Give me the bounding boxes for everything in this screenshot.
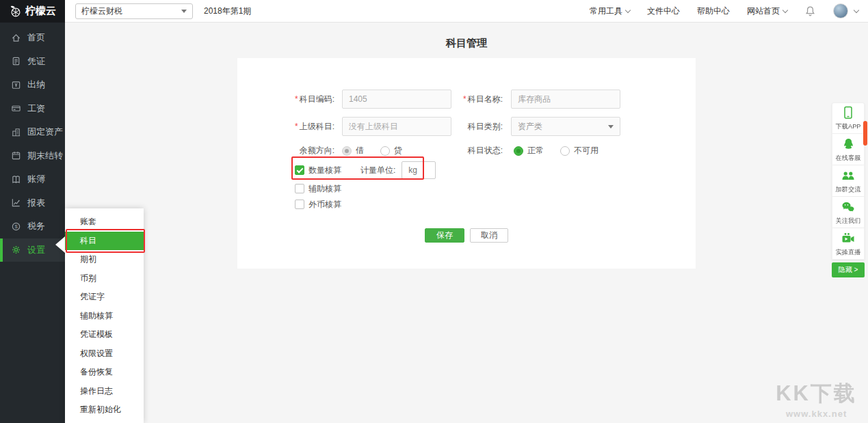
chevron-down-icon xyxy=(854,7,859,12)
foreign-currency-row: 外币核算 xyxy=(295,195,341,214)
subject-category-label: 科目类别: xyxy=(440,117,503,136)
checkbox-auxiliary-accounting[interactable] xyxy=(295,184,304,193)
avatar xyxy=(833,3,848,18)
submenu-item-reinitialize[interactable]: 重新初始化 xyxy=(65,400,144,420)
sidebar-item-tax[interactable]: $ 税务 xyxy=(0,215,65,238)
hide-floatbar-button[interactable]: 隐藏 > xyxy=(832,262,865,277)
period-end-icon xyxy=(11,150,21,161)
group-icon xyxy=(841,168,855,183)
main-content: 科目管理 *科目编码: *科目名称: *上级科目: 科目类别: 资产类 余额方向… xyxy=(65,23,868,423)
sidebar-item-fixed-assets[interactable]: 固定资产 xyxy=(0,120,65,144)
subject-category-select[interactable]: 资产类 xyxy=(511,117,620,136)
period-label: 2018年第1期 xyxy=(204,5,251,17)
subject-code-input[interactable] xyxy=(342,90,451,109)
subject-status-row: 科目状态: 正常 不可用 xyxy=(440,145,615,156)
submenu-item-voucher-word[interactable]: 凭证字 xyxy=(65,288,144,307)
tax-icon: $ xyxy=(11,221,21,232)
float-item-group-chat[interactable]: 加群交流 xyxy=(832,165,865,197)
nav-help-center[interactable]: 帮助中心 xyxy=(697,5,730,17)
submenu-item-opening-balance[interactable]: 期初 xyxy=(65,250,144,269)
voucher-icon xyxy=(11,56,21,66)
sidebar-item-home[interactable]: 首页 xyxy=(0,26,65,50)
salary-icon xyxy=(11,103,21,113)
chevron-down-icon xyxy=(625,7,631,12)
sidebar: 首页 凭证 出纳 工资 固定资产 期末结转 账簿 xyxy=(0,23,65,423)
annotation-box-subjects xyxy=(66,229,145,254)
parent-subject-label: *上级科目: xyxy=(237,117,334,136)
lemon-icon xyxy=(9,5,22,18)
page-title: 科目管理 xyxy=(65,23,868,58)
submenu-item-permissions[interactable]: 权限设置 xyxy=(65,344,144,364)
wechat-icon xyxy=(841,200,855,215)
svg-text:$: $ xyxy=(14,223,18,230)
submenu-item-account-set[interactable]: 账套 xyxy=(65,213,144,232)
account-set-select[interactable]: 柠檬云财税 xyxy=(75,3,193,19)
topbar: 柠檬云 柠檬云财税 2018年第1期 常用工具 文件中心 帮助中心 网站首页 xyxy=(0,0,868,23)
qq-service-icon xyxy=(842,137,855,152)
sidebar-item-cashier[interactable]: 出纳 xyxy=(0,73,65,97)
float-item-follow-us[interactable]: 关注我们 xyxy=(832,197,865,228)
settings-gear-icon xyxy=(11,245,21,255)
brand-logo[interactable]: 柠檬云 xyxy=(0,0,65,23)
home-icon xyxy=(11,33,21,43)
cancel-button[interactable]: 取消 xyxy=(470,228,508,243)
select-caret-icon xyxy=(181,10,187,13)
topnav: 常用工具 文件中心 帮助中心 网站首页 xyxy=(590,3,858,18)
subject-status-label: 科目状态: xyxy=(440,145,503,156)
sidebar-item-voucher[interactable]: 凭证 xyxy=(0,50,65,74)
nav-site-home[interactable]: 网站首页 xyxy=(747,5,787,17)
user-menu[interactable] xyxy=(833,3,858,18)
subject-name-label: *科目名称: xyxy=(440,90,503,109)
subject-code-label: *科目编码: xyxy=(237,90,334,109)
notification-bell-icon[interactable] xyxy=(804,5,816,17)
video-icon xyxy=(841,231,855,246)
balance-direction-row: 余额方向: 借 贷 xyxy=(237,145,419,156)
save-button[interactable]: 保存 xyxy=(425,228,464,243)
sidebar-item-period-end[interactable]: 期末结转 xyxy=(0,144,65,168)
sidebar-item-ledger[interactable]: 账簿 xyxy=(0,167,65,191)
radio-status-normal[interactable] xyxy=(514,146,523,156)
submenu-item-backup-restore[interactable]: 备份恢复 xyxy=(65,363,144,382)
checkbox-foreign-currency[interactable] xyxy=(295,200,304,209)
float-item-download-app[interactable]: 下载APP xyxy=(832,103,865,134)
unit-input[interactable] xyxy=(402,161,436,179)
sidebar-item-salary[interactable]: 工资 xyxy=(0,97,65,121)
float-sidebar: 下载APP 在线客服 加群交流 关注我们 实操直播 隐藏 > xyxy=(832,103,865,277)
account-set-value: 柠檬云财税 xyxy=(81,5,122,17)
nav-common-tools[interactable]: 常用工具 xyxy=(590,5,630,17)
submenu-pointer-arrow xyxy=(55,236,65,253)
subject-name-input[interactable] xyxy=(511,90,620,109)
fixed-assets-icon xyxy=(11,127,21,137)
settings-submenu: 账套 科目 期初 币别 凭证字 辅助核算 凭证模板 权限设置 备份恢复 操作日志… xyxy=(65,208,144,423)
unit-label: 计量单位: xyxy=(360,165,395,176)
radio-status-disabled[interactable] xyxy=(560,146,570,156)
sidebar-item-report[interactable]: 报表 xyxy=(0,191,65,215)
float-item-live-stream[interactable]: 实操直播 xyxy=(832,228,865,260)
submenu-item-operation-log[interactable]: 操作日志 xyxy=(65,382,144,401)
ledger-icon xyxy=(11,174,21,185)
chevron-down-icon xyxy=(782,7,788,12)
brand-name: 柠檬云 xyxy=(25,5,56,18)
form-buttons: 保存 取消 xyxy=(237,228,696,243)
parent-subject-input[interactable] xyxy=(342,117,451,136)
submenu-item-subjects[interactable]: 科目 xyxy=(65,232,144,251)
submenu-item-currency[interactable]: 币别 xyxy=(65,269,144,288)
phone-icon xyxy=(843,105,854,120)
quantity-accounting-row: 数量核算 计量单位: xyxy=(295,161,436,180)
submenu-item-voucher-template[interactable]: 凭证模板 xyxy=(65,325,144,344)
select-caret-icon xyxy=(608,125,614,128)
scrollbar-thumb[interactable] xyxy=(863,121,867,146)
cashier-icon xyxy=(11,80,21,90)
checkbox-quantity-accounting[interactable] xyxy=(295,165,304,175)
balance-direction-label: 余额方向: xyxy=(237,145,334,156)
subject-form-card: *科目编码: *科目名称: *上级科目: 科目类别: 资产类 余额方向: 借 贷… xyxy=(237,58,696,269)
report-icon xyxy=(11,197,21,208)
submenu-item-auxiliary[interactable]: 辅助核算 xyxy=(65,307,144,326)
radio-debit[interactable] xyxy=(342,146,352,156)
nav-file-center[interactable]: 文件中心 xyxy=(647,5,680,17)
radio-credit[interactable] xyxy=(380,146,390,156)
float-item-online-service[interactable]: 在线客服 xyxy=(832,134,865,165)
